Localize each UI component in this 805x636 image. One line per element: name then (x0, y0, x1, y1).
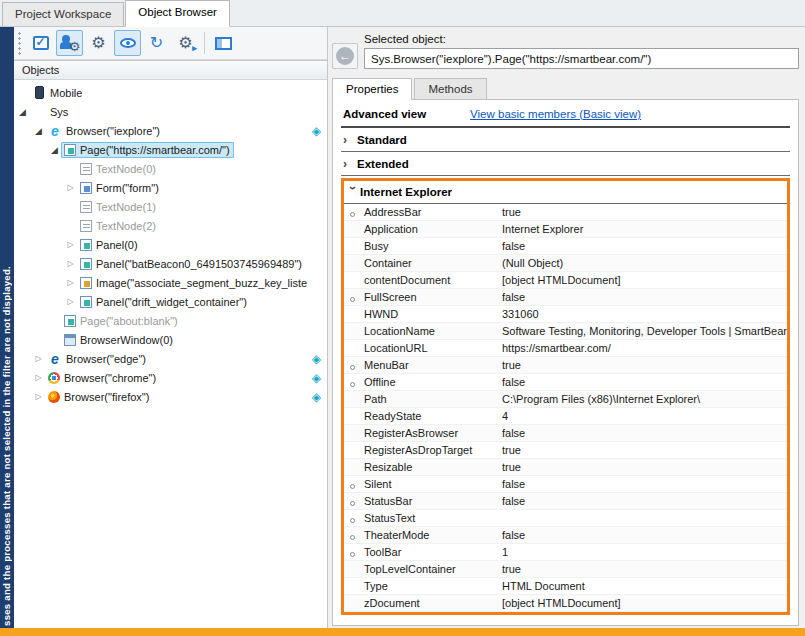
tree-item-content[interactable]: Browser("chrome") (45, 370, 160, 386)
expand-icon[interactable]: ▷ (64, 183, 77, 192)
section-internet-explorer-label: Internet Explorer (360, 186, 452, 198)
expand-icon[interactable]: ▷ (64, 240, 77, 249)
settings-button[interactable]: ⚙ (85, 30, 112, 56)
inspector-panel: ← Selected object: Properties Methods Ad… (328, 27, 805, 628)
property-row[interactable]: TypeHTML Document (344, 578, 787, 595)
expand-icon[interactable]: ▷ (64, 297, 77, 306)
property-value: true (502, 461, 787, 473)
panel-layout-button[interactable] (210, 30, 237, 56)
property-row[interactable]: TheaterModefalse (344, 527, 787, 544)
tree-item-content[interactable]: BrowserWindow(0) (61, 332, 177, 348)
tree-item[interactable]: ◢eBrowser("iexplore")◈ (14, 121, 327, 140)
property-row[interactable]: ToolBar1 (344, 544, 787, 561)
tree-item-content[interactable]: Panel("batBeacon0_6491503745969489") (77, 256, 306, 272)
tree-item-content[interactable]: Panel("drift_widget_container") (77, 294, 251, 310)
collapse-icon[interactable]: ◢ (32, 126, 45, 136)
tree-item[interactable]: ◢Page("https://smartbear.com/") (14, 140, 327, 159)
section-extended[interactable]: › Extended (341, 152, 790, 176)
tree-item-content[interactable]: Page("https://smartbear.com/") (61, 142, 234, 158)
actions-button[interactable]: ⚙▸ (172, 30, 199, 56)
property-row[interactable]: Busyfalse (344, 238, 787, 255)
tree-item[interactable]: Mobile (14, 83, 327, 102)
watch-button[interactable] (114, 30, 141, 56)
tree-item[interactable]: ▷Form("form") (14, 178, 327, 197)
property-marker-icon (350, 365, 355, 370)
property-marker-icon (350, 382, 355, 387)
property-row[interactable]: contentDocument[object HTMLDocument] (344, 272, 787, 289)
tree-item-label: Panel(0) (96, 239, 138, 251)
property-row[interactable]: StatusText (344, 510, 787, 527)
expand-icon[interactable]: ▷ (64, 278, 77, 287)
checklist-button[interactable] (27, 30, 54, 56)
tree-item-content[interactable]: Form("form") (77, 180, 163, 196)
tree-item-content[interactable]: Panel(0) (77, 237, 142, 253)
property-row[interactable]: Resizabletrue (344, 459, 787, 476)
property-row[interactable]: zDocument[object HTMLDocument] (344, 595, 787, 612)
property-row[interactable]: ApplicationInternet Explorer (344, 221, 787, 238)
tree-item-content[interactable]: Sys (29, 103, 72, 120)
property-row[interactable]: PathC:\Program Files (x86)\Internet Expl… (344, 391, 787, 408)
collapse-icon[interactable]: ◢ (16, 107, 29, 117)
property-name: contentDocument (344, 274, 502, 286)
expand-icon[interactable]: ▷ (64, 259, 77, 268)
property-row[interactable]: RegisterAsDropTargettrue (344, 442, 787, 459)
section-standard[interactable]: › Standard (341, 128, 790, 152)
property-row[interactable]: Silentfalse (344, 476, 787, 493)
toolbar-grip-handle[interactable] (17, 31, 22, 55)
tree-item-content[interactable]: TextNode(1) (77, 199, 160, 215)
tree-item-content[interactable]: TextNode(2) (77, 218, 160, 234)
tree-item[interactable]: TextNode(1) (14, 197, 327, 216)
property-value: false (502, 376, 787, 388)
section-internet-explorer[interactable]: › Internet Explorer (344, 181, 787, 204)
expand-icon[interactable]: ▷ (32, 373, 45, 382)
property-row[interactable]: RegisterAsBrowserfalse (344, 425, 787, 442)
user-filter-button[interactable]: ⚙ (56, 30, 83, 56)
selected-object-input[interactable] (364, 48, 799, 69)
tree-item[interactable]: ◢Sys (14, 102, 327, 121)
back-button[interactable]: ← (332, 43, 358, 69)
collapse-icon[interactable]: ◢ (48, 145, 61, 155)
tree-item-content[interactable]: Browser("firefox") (45, 389, 153, 405)
textnode-icon (80, 163, 92, 175)
tree-item[interactable]: ▷Panel(0) (14, 235, 327, 254)
property-name: StatusText (344, 512, 502, 524)
property-row[interactable]: LocationURLhttps://smartbear.com/ (344, 340, 787, 357)
basic-view-link[interactable]: View basic members (Basic view) (470, 108, 641, 120)
property-row[interactable]: ReadyState4 (344, 408, 787, 425)
tab-project-workspace[interactable]: Project Workspace (2, 2, 124, 26)
property-row[interactable]: Container(Null Object) (344, 255, 787, 272)
tree-item-label: Page("about:blank") (80, 315, 178, 327)
tree-item[interactable]: ▷Panel("batBeacon0_6491503745969489") (14, 254, 327, 273)
tree-item-content[interactable]: Mobile (29, 84, 86, 101)
property-row[interactable]: TopLevelContainertrue (344, 561, 787, 578)
tree-item[interactable]: ▷Browser("firefox")◈ (14, 387, 327, 406)
property-row[interactable]: LocationNameSoftware Testing, Monitoring… (344, 323, 787, 340)
property-row[interactable]: HWND331060 (344, 306, 787, 323)
property-name: MenuBar (344, 359, 502, 371)
property-row[interactable]: FullScreenfalse (344, 289, 787, 306)
tree-item-content[interactable]: TextNode(0) (77, 161, 160, 177)
tree-item[interactable]: TextNode(0) (14, 159, 327, 178)
tree-item[interactable]: ▷Browser("chrome")◈ (14, 368, 327, 387)
expand-icon[interactable]: ▷ (32, 392, 45, 401)
property-row[interactable]: Offlinefalse (344, 374, 787, 391)
tree-item[interactable]: ▷Panel("drift_widget_container") (14, 292, 327, 311)
tree-item[interactable]: ▷Image("associate_segment_buzz_key_liste (14, 273, 327, 292)
tree-item-content[interactable]: Image("associate_segment_buzz_key_liste (77, 275, 311, 291)
tree-item[interactable]: TextNode(2) (14, 216, 327, 235)
property-name: Silent (344, 478, 502, 490)
tab-object-browser[interactable]: Object Browser (125, 0, 230, 27)
expand-icon[interactable]: ▷ (32, 354, 45, 363)
property-row[interactable]: MenuBartrue (344, 357, 787, 374)
refresh-button[interactable]: ↻ (143, 30, 170, 56)
tree-item[interactable]: BrowserWindow(0) (14, 330, 327, 349)
tab-methods[interactable]: Methods (414, 78, 486, 99)
tree-item-content[interactable]: eBrowser("edge") (45, 350, 150, 367)
tab-properties[interactable]: Properties (332, 78, 412, 100)
tree-item[interactable]: ▷eBrowser("edge")◈ (14, 349, 327, 368)
tree-item[interactable]: Page("about:blank") (14, 311, 327, 330)
tree-item-content[interactable]: eBrowser("iexplore") (45, 122, 164, 139)
property-row[interactable]: AddressBartrue (344, 204, 787, 221)
property-row[interactable]: StatusBarfalse (344, 493, 787, 510)
tree-item-content[interactable]: Page("about:blank") (61, 313, 182, 329)
